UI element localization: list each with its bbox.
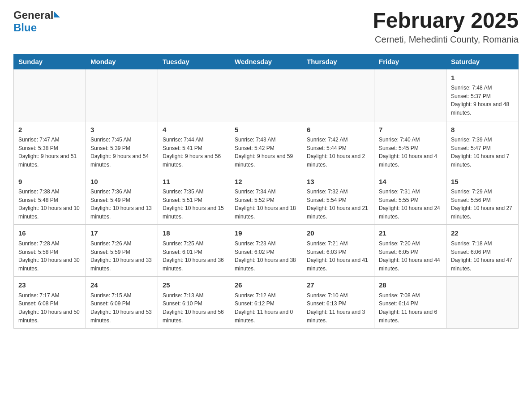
page-header: General Blue February 2025 Cerneti, Mehe… <box>13 9 519 45</box>
day-info: Sunrise: 7:32 AM Sunset: 5:54 PM Dayligh… <box>307 188 369 221</box>
day-info: Sunrise: 7:20 AM Sunset: 6:05 PM Dayligh… <box>379 240 442 273</box>
logo-general-text: General <box>13 9 53 21</box>
day-number: 24 <box>90 280 153 291</box>
calendar-cell-w5-d1: 23Sunrise: 7:17 AM Sunset: 6:08 PM Dayli… <box>14 277 86 329</box>
calendar-cell-w1-d5 <box>302 69 374 121</box>
day-number: 15 <box>451 177 514 187</box>
day-info: Sunrise: 7:25 AM Sunset: 6:01 PM Dayligh… <box>163 240 225 273</box>
location-subtitle: Cerneti, Mehedinti County, Romania <box>373 34 519 45</box>
calendar-cell-w3-d7: 15Sunrise: 7:29 AM Sunset: 5:56 PM Dayli… <box>446 173 519 225</box>
day-info: Sunrise: 7:38 AM Sunset: 5:48 PM Dayligh… <box>18 188 81 221</box>
day-info: Sunrise: 7:15 AM Sunset: 6:09 PM Dayligh… <box>90 291 153 325</box>
day-info: Sunrise: 7:36 AM Sunset: 5:49 PM Dayligh… <box>90 188 153 221</box>
calendar-cell-w3-d5: 13Sunrise: 7:32 AM Sunset: 5:54 PM Dayli… <box>302 173 374 225</box>
calendar-cell-w5-d2: 24Sunrise: 7:15 AM Sunset: 6:09 PM Dayli… <box>86 277 158 329</box>
logo-arrow-icon <box>54 11 60 17</box>
calendar-cell-w1-d7: 1Sunrise: 7:48 AM Sunset: 5:37 PM Daylig… <box>446 69 519 121</box>
col-header-friday: Friday <box>374 54 446 69</box>
day-number: 9 <box>18 177 81 187</box>
calendar-cell-w1-d2 <box>86 69 158 121</box>
day-number: 10 <box>90 177 153 187</box>
calendar-cell-w5-d5: 27Sunrise: 7:10 AM Sunset: 6:13 PM Dayli… <box>302 277 374 329</box>
day-number: 28 <box>379 280 442 291</box>
day-info: Sunrise: 7:40 AM Sunset: 5:45 PM Dayligh… <box>379 136 442 169</box>
day-info: Sunrise: 7:26 AM Sunset: 5:59 PM Dayligh… <box>90 240 153 273</box>
day-info: Sunrise: 7:18 AM Sunset: 6:06 PM Dayligh… <box>451 240 514 273</box>
calendar-week-1: 1Sunrise: 7:48 AM Sunset: 5:37 PM Daylig… <box>14 69 519 121</box>
day-number: 1 <box>451 73 514 83</box>
calendar-cell-w1-d6 <box>374 69 446 121</box>
day-number: 16 <box>18 228 81 239</box>
day-number: 27 <box>307 280 369 291</box>
calendar-cell-w3-d1: 9Sunrise: 7:38 AM Sunset: 5:48 PM Daylig… <box>14 173 86 225</box>
calendar-week-2: 2Sunrise: 7:47 AM Sunset: 5:38 PM Daylig… <box>14 121 519 173</box>
day-info: Sunrise: 7:17 AM Sunset: 6:08 PM Dayligh… <box>18 291 81 325</box>
calendar-cell-w4-d1: 16Sunrise: 7:28 AM Sunset: 5:58 PM Dayli… <box>14 225 86 277</box>
calendar-cell-w5-d6: 28Sunrise: 7:08 AM Sunset: 6:14 PM Dayli… <box>374 277 446 329</box>
calendar-cell-w3-d2: 10Sunrise: 7:36 AM Sunset: 5:49 PM Dayli… <box>86 173 158 225</box>
calendar-cell-w2-d4: 5Sunrise: 7:43 AM Sunset: 5:42 PM Daylig… <box>230 121 302 173</box>
day-info: Sunrise: 7:47 AM Sunset: 5:38 PM Dayligh… <box>18 136 81 169</box>
calendar-cell-w2-d5: 6Sunrise: 7:42 AM Sunset: 5:44 PM Daylig… <box>302 121 374 173</box>
col-header-sunday: Sunday <box>14 54 86 69</box>
day-number: 20 <box>307 228 369 239</box>
day-number: 19 <box>235 228 297 239</box>
day-number: 13 <box>307 177 369 187</box>
calendar-cell-w1-d3 <box>158 69 230 121</box>
day-number: 21 <box>379 228 442 239</box>
day-number: 3 <box>90 125 153 135</box>
day-info: Sunrise: 7:28 AM Sunset: 5:58 PM Dayligh… <box>18 240 81 273</box>
calendar-cell-w1-d1 <box>14 69 86 121</box>
day-number: 12 <box>235 177 297 187</box>
day-info: Sunrise: 7:48 AM Sunset: 5:37 PM Dayligh… <box>451 84 514 117</box>
day-info: Sunrise: 7:35 AM Sunset: 5:51 PM Dayligh… <box>163 188 225 221</box>
day-number: 17 <box>90 228 153 239</box>
calendar-week-3: 9Sunrise: 7:38 AM Sunset: 5:48 PM Daylig… <box>14 173 519 225</box>
day-info: Sunrise: 7:08 AM Sunset: 6:14 PM Dayligh… <box>379 291 442 325</box>
calendar-cell-w3-d6: 14Sunrise: 7:31 AM Sunset: 5:55 PM Dayli… <box>374 173 446 225</box>
calendar-cell-w3-d3: 11Sunrise: 7:35 AM Sunset: 5:51 PM Dayli… <box>158 173 230 225</box>
day-number: 26 <box>235 280 297 291</box>
day-number: 22 <box>451 228 514 239</box>
calendar-cell-w4-d7: 22Sunrise: 7:18 AM Sunset: 6:06 PM Dayli… <box>446 225 519 277</box>
day-number: 5 <box>235 125 297 135</box>
calendar-cell-w5-d7 <box>446 277 519 329</box>
day-info: Sunrise: 7:12 AM Sunset: 6:12 PM Dayligh… <box>235 291 297 325</box>
day-number: 14 <box>379 177 442 187</box>
day-info: Sunrise: 7:34 AM Sunset: 5:52 PM Dayligh… <box>235 188 297 221</box>
day-number: 23 <box>18 280 81 291</box>
logo-blue-text: Blue <box>13 21 37 34</box>
day-number: 8 <box>451 125 514 135</box>
calendar-cell-w2-d2: 3Sunrise: 7:45 AM Sunset: 5:39 PM Daylig… <box>86 121 158 173</box>
day-info: Sunrise: 7:31 AM Sunset: 5:55 PM Dayligh… <box>379 188 442 221</box>
day-number: 25 <box>163 280 225 291</box>
day-info: Sunrise: 7:45 AM Sunset: 5:39 PM Dayligh… <box>90 136 153 169</box>
day-number: 18 <box>163 228 225 239</box>
day-info: Sunrise: 7:13 AM Sunset: 6:10 PM Dayligh… <box>163 291 225 325</box>
title-block: February 2025 Cerneti, Mehedinti County,… <box>373 9 519 45</box>
day-number: 11 <box>163 177 225 187</box>
calendar-cell-w2-d7: 8Sunrise: 7:39 AM Sunset: 5:47 PM Daylig… <box>446 121 519 173</box>
calendar-week-5: 23Sunrise: 7:17 AM Sunset: 6:08 PM Dayli… <box>14 277 519 329</box>
day-info: Sunrise: 7:23 AM Sunset: 6:02 PM Dayligh… <box>235 240 297 273</box>
calendar-table: Sunday Monday Tuesday Wednesday Thursday… <box>13 54 519 329</box>
calendar-cell-w4-d4: 19Sunrise: 7:23 AM Sunset: 6:02 PM Dayli… <box>230 225 302 277</box>
day-info: Sunrise: 7:39 AM Sunset: 5:47 PM Dayligh… <box>451 136 514 169</box>
col-header-tuesday: Tuesday <box>158 54 230 69</box>
calendar-cell-w4-d2: 17Sunrise: 7:26 AM Sunset: 5:59 PM Dayli… <box>86 225 158 277</box>
calendar-cell-w5-d3: 25Sunrise: 7:13 AM Sunset: 6:10 PM Dayli… <box>158 277 230 329</box>
calendar-week-4: 16Sunrise: 7:28 AM Sunset: 5:58 PM Dayli… <box>14 225 519 277</box>
calendar-cell-w3-d4: 12Sunrise: 7:34 AM Sunset: 5:52 PM Dayli… <box>230 173 302 225</box>
day-number: 4 <box>163 125 225 135</box>
calendar-cell-w1-d4 <box>230 69 302 121</box>
day-number: 6 <box>307 125 369 135</box>
day-info: Sunrise: 7:10 AM Sunset: 6:13 PM Dayligh… <box>307 291 369 325</box>
day-info: Sunrise: 7:21 AM Sunset: 6:03 PM Dayligh… <box>307 240 369 273</box>
col-header-wednesday: Wednesday <box>230 54 302 69</box>
calendar-header-row: Sunday Monday Tuesday Wednesday Thursday… <box>14 54 519 69</box>
logo: General Blue <box>13 9 60 34</box>
day-number: 7 <box>379 125 442 135</box>
calendar-cell-w2-d1: 2Sunrise: 7:47 AM Sunset: 5:38 PM Daylig… <box>14 121 86 173</box>
day-info: Sunrise: 7:42 AM Sunset: 5:44 PM Dayligh… <box>307 136 369 169</box>
day-info: Sunrise: 7:43 AM Sunset: 5:42 PM Dayligh… <box>235 136 297 169</box>
